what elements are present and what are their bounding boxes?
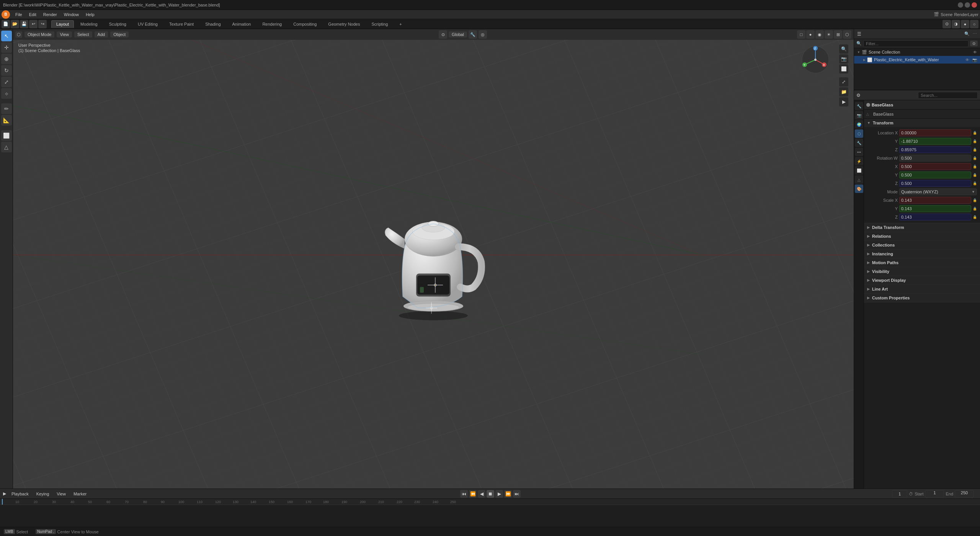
props-world-icon[interactable]: 🌍 — [855, 120, 863, 129]
tool-transform[interactable]: ⟐ — [1, 88, 12, 99]
outliner-options-icon[interactable]: ⋯ — [973, 31, 977, 36]
open-file-icon[interactable]: 📂 — [11, 20, 19, 28]
props-editor-icon[interactable]: ⚙ — [856, 93, 861, 98]
collections-icon[interactable]: 📁 — [839, 87, 848, 96]
minimize-button[interactable] — [958, 2, 963, 8]
props-constraints-icon[interactable]: ⬜ — [855, 166, 863, 175]
outliner-editor-icon[interactable]: ☰ — [857, 31, 861, 37]
redo-icon[interactable]: ↪ — [38, 20, 47, 28]
outliner-search-input[interactable] — [863, 40, 969, 47]
jump-start-btn[interactable]: ⏮ — [460, 490, 468, 498]
xray-toggle[interactable]: ⬡ — [843, 30, 851, 39]
tab-texture-paint[interactable]: Texture Paint — [164, 20, 199, 28]
viewport-add-menu[interactable]: Add — [95, 31, 108, 38]
scale-x-field[interactable]: 0.143 — [899, 197, 971, 204]
step-back-btn[interactable]: ⏪ — [469, 490, 477, 498]
viewport-select-menu[interactable]: Select — [74, 31, 92, 38]
props-data-icon[interactable]: △ — [855, 175, 863, 184]
outliner-scene-collection[interactable]: ▼ 🎬 Scene Collection 👁 — [854, 48, 980, 56]
menu-help[interactable]: Help — [83, 11, 98, 18]
tab-scripting[interactable]: Scripting — [366, 20, 393, 28]
shading-wire[interactable]: □ — [797, 30, 805, 39]
viewport-object-menu[interactable]: Object — [110, 31, 129, 38]
undo-icon[interactable]: ↩ — [29, 20, 38, 28]
rotation-x-field[interactable]: 0.500 — [899, 163, 971, 170]
tab-add-new[interactable]: + — [394, 20, 407, 28]
transform-space-select[interactable]: Global — [449, 31, 467, 38]
shading-solid[interactable]: ● — [806, 30, 815, 39]
tool-annotate[interactable]: ✏ — [1, 103, 12, 114]
sidebar-toggle-icon[interactable]: ▶ — [839, 97, 848, 106]
tab-geometry-nodes[interactable]: Geometry Nodes — [323, 20, 365, 28]
scale-y-lock[interactable]: 🔒 — [973, 207, 977, 211]
rotation-mode-field[interactable]: Quaternion (WXYZ) ▼ — [899, 188, 977, 195]
close-button[interactable] — [972, 2, 977, 8]
props-particles-icon[interactable]: ••• — [855, 148, 863, 156]
transform-pivot-icon[interactable]: ⊙ — [439, 30, 447, 39]
tool-add-mesh[interactable]: △ — [1, 142, 12, 152]
viewport-view-menu[interactable]: View — [57, 31, 72, 38]
current-frame-input[interactable]: 1 — [892, 490, 907, 498]
tab-animation[interactable]: Animation — [227, 20, 256, 28]
play-reverse-btn[interactable]: ◀ — [478, 490, 485, 498]
frame-clock-icon[interactable]: ⏱ — [909, 492, 913, 496]
tool-cursor[interactable]: ✛ — [1, 42, 12, 53]
props-object-icon[interactable]: ⬡ — [855, 129, 863, 138]
location-x-lock[interactable]: 🔒 — [973, 131, 977, 135]
outliner-kettle-item[interactable]: ▶ ⬜ Plastic_Electric_Kettle_with_Water 👁… — [854, 56, 980, 64]
menu-render[interactable]: Render — [40, 11, 60, 18]
viewport-overlay-icon[interactable]: ⊙ — [942, 20, 951, 28]
timeline-editor-icon[interactable]: ▶ — [3, 491, 6, 496]
editor-type-icon[interactable]: ⬡ — [15, 31, 22, 38]
playhead[interactable] — [2, 499, 3, 505]
location-y-lock[interactable]: 🔒 — [973, 139, 977, 143]
tool-rotate[interactable]: ↻ — [1, 65, 12, 76]
filter-options-btn[interactable]: ⊙ — [970, 41, 978, 46]
shading-render[interactable]: ☀ — [825, 30, 833, 39]
marker-menu[interactable]: Marker — [71, 491, 89, 497]
overlay-toggle[interactable]: ⊞ — [834, 30, 842, 39]
props-tool-icon[interactable]: 🔧 — [855, 102, 863, 110]
tab-uv-editing[interactable]: UV Editing — [133, 20, 163, 28]
viewport-gizmo[interactable]: Z X Y — [800, 44, 831, 75]
tool-scale[interactable]: ⤢ — [1, 77, 12, 87]
start-frame-input[interactable]: 1 — [925, 490, 944, 498]
view-menu-tl[interactable]: View — [54, 491, 68, 497]
delta-transform-header[interactable]: ▶ Delta Transform — [864, 223, 980, 232]
line-art-header[interactable]: ▶ Line Art — [864, 285, 980, 293]
rotation-w-lock[interactable]: 🔒 — [973, 156, 977, 160]
tool-move[interactable]: ⊕ — [1, 54, 12, 64]
tab-shading[interactable]: Shading — [200, 20, 225, 28]
playback-menu[interactable]: Playback — [9, 491, 31, 497]
instancing-header[interactable]: ▶ Instancing — [864, 250, 980, 258]
props-search-input[interactable] — [918, 92, 978, 99]
scale-z-lock[interactable]: 🔒 — [973, 215, 977, 219]
zoom-in-icon[interactable]: 🔍 — [839, 44, 848, 54]
view-frame-icon[interactable]: ⤢ — [839, 77, 848, 87]
shading-material[interactable]: ◉ — [815, 30, 824, 39]
custom-props-header[interactable]: ▶ Custom Properties — [864, 294, 980, 302]
viewport-display-header[interactable]: ▶ Viewport Display — [864, 276, 980, 284]
end-frame-input[interactable]: 250 — [955, 490, 974, 498]
location-z-lock[interactable]: 🔒 — [973, 148, 977, 152]
props-modifier-icon[interactable]: 🔧 — [855, 139, 863, 147]
menu-window[interactable]: Window — [61, 11, 82, 18]
tool-add-cube[interactable]: ⬜ — [1, 130, 12, 141]
tab-rendering[interactable]: Rendering — [257, 20, 287, 28]
tab-layout[interactable]: Layout — [51, 20, 74, 28]
save-file-icon[interactable]: 💾 — [20, 20, 28, 28]
collections-header[interactable]: ▶ Collections — [864, 241, 980, 249]
rotation-z-field[interactable]: 0.500 — [899, 180, 971, 187]
scale-y-field[interactable]: 0.143 — [899, 205, 971, 212]
viewport-shading-solid[interactable]: ◑ — [952, 20, 960, 28]
relations-header[interactable]: ▶ Relations — [864, 232, 980, 240]
new-file-icon[interactable]: 📄 — [2, 20, 10, 28]
visibility-header[interactable]: ▶ Visibility — [864, 267, 980, 276]
rotation-y-field[interactable]: 0.500 — [899, 172, 971, 178]
kettle-vis-icon[interactable]: 👁 — [965, 58, 969, 62]
motion-paths-header[interactable]: ▶ Motion Paths — [864, 258, 980, 267]
view-camera-icon[interactable]: 📷 — [839, 54, 848, 64]
props-material-icon[interactable]: 🎨 — [855, 185, 863, 193]
collection-vis-icon[interactable]: 👁 — [973, 50, 977, 54]
menu-edit[interactable]: Edit — [26, 11, 39, 18]
